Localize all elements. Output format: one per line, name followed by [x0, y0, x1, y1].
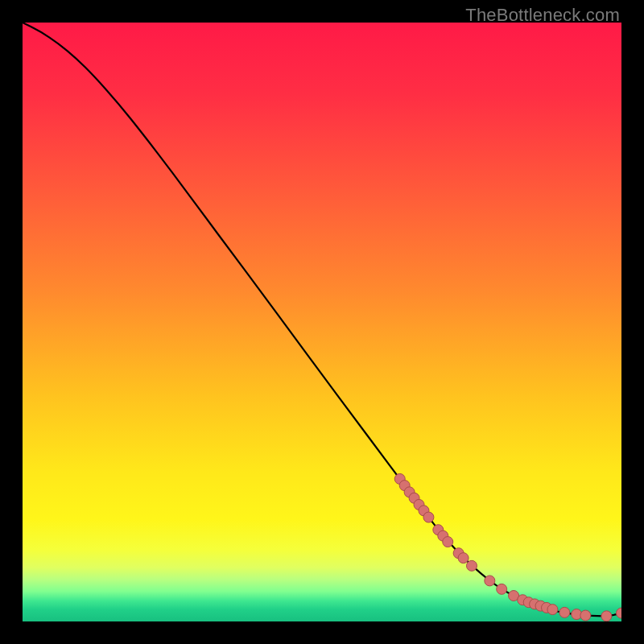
data-point	[580, 610, 591, 621]
data-point	[467, 560, 477, 571]
data-point	[423, 512, 434, 522]
bottleneck-chart	[23, 23, 621, 621]
data-point	[497, 584, 507, 594]
data-point	[547, 605, 558, 615]
data-point	[485, 576, 495, 586]
data-point	[559, 607, 570, 617]
gradient-background	[23, 23, 621, 621]
data-point	[443, 537, 453, 547]
data-point	[458, 553, 469, 564]
chart-frame	[23, 23, 621, 621]
data-point	[601, 611, 612, 621]
